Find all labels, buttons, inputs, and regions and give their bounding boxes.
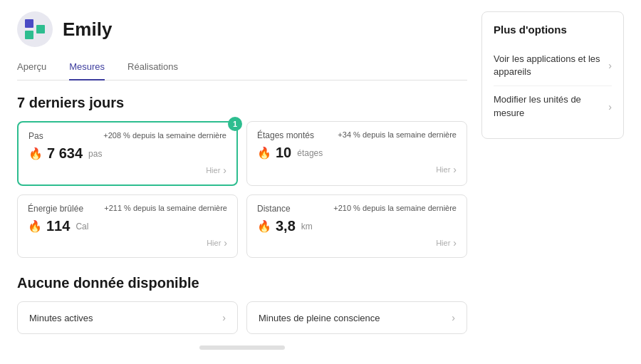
stat-date-distance: Hier [436, 239, 450, 247]
stat-label-etages: Étages montés [257, 130, 314, 140]
sidebar-item-label-units: Modifier les unités de mesure [494, 93, 608, 119]
stat-date-energie: Hier [207, 239, 221, 247]
stat-value-etages: 10 [276, 145, 291, 161]
fire-icon-energie: 🔥 [28, 219, 42, 233]
chevron-right-icon-etages: › [453, 164, 457, 175]
stat-change-distance: +210 % depuis la semaine dernière [333, 204, 457, 212]
profile-header: Emily [17, 11, 467, 47]
svg-rect-1 [25, 31, 33, 39]
tabs-nav: Aperçu Mesures Réalisations [17, 61, 467, 80]
sidebar-item-units[interactable]: Modifier les unités de mesure › [494, 86, 612, 126]
no-data-item-minutes-actives[interactable]: Minutes actives › [17, 301, 238, 334]
no-data-title: Aucune donnée disponible [17, 275, 467, 291]
no-data-list: Minutes actives › Minutes de pleine cons… [17, 301, 467, 334]
svg-rect-0 [25, 19, 33, 28]
no-data-item-minutes-conscience[interactable]: Minutes de pleine conscience › [246, 301, 467, 334]
stat-change-pas: +208 % depuis la semaine dernière [103, 131, 226, 140]
notification-badge-pas: 1 [228, 117, 242, 131]
chevron-right-icon-minutes-conscience: › [452, 312, 455, 323]
stat-unit-distance: km [301, 222, 313, 232]
fire-icon-distance: 🔥 [257, 219, 271, 233]
stat-label-energie: Énergie brûlée [28, 204, 83, 214]
no-data-label-minutes-conscience: Minutes de pleine conscience [259, 313, 380, 323]
svg-rect-2 [36, 25, 45, 33]
scroll-hint [199, 345, 285, 350]
fire-icon-etages: 🔥 [257, 146, 271, 160]
stat-value-pas: 7 634 [47, 145, 83, 162]
profile-name: Emily [63, 19, 112, 41]
chevron-right-icon-units: › [608, 101, 612, 113]
fire-icon-pas: 🔥 [28, 147, 43, 160]
stat-unit-energie: Cal [75, 222, 88, 232]
stat-date-etages: Hier [436, 165, 450, 174]
main-content: Emily Aperçu Mesures Réalisations 7 dern… [17, 11, 467, 350]
sidebar-panel: Plus d'options Voir les applications et … [481, 11, 624, 139]
sidebar: Plus d'options Voir les applications et … [481, 11, 624, 350]
chevron-right-icon-distance: › [453, 237, 457, 249]
sidebar-title: Plus d'options [494, 24, 612, 36]
stat-card-distance[interactable]: Distance +210 % depuis la semaine derniè… [246, 194, 467, 258]
tab-apercu[interactable]: Aperçu [17, 61, 46, 80]
no-data-label-minutes-actives: Minutes actives [29, 313, 93, 323]
chevron-right-icon-apps-devices: › [608, 60, 612, 71]
stat-label-pas: Pas [28, 131, 43, 141]
stat-value-energie: 114 [46, 218, 70, 234]
stat-value-distance: 3,8 [276, 218, 296, 234]
stat-label-distance: Distance [257, 204, 291, 214]
stat-unit-pas: pas [88, 149, 102, 159]
chevron-right-icon-minutes-actives: › [222, 312, 226, 323]
stats-grid: 1 Pas +208 % depuis la semaine dernière … [17, 121, 467, 258]
stat-date-pas: Hier [206, 166, 220, 175]
stat-card-pas[interactable]: 1 Pas +208 % depuis la semaine dernière … [17, 121, 238, 186]
sidebar-item-apps-devices[interactable]: Voir les applications et les appareils › [494, 46, 612, 86]
stat-card-etages[interactable]: Étages montés +34 % depuis la semaine de… [246, 121, 467, 186]
tab-mesures[interactable]: Mesures [69, 61, 105, 80]
avatar [17, 11, 53, 47]
stat-change-etages: +34 % depuis la semaine dernière [338, 130, 457, 139]
stat-unit-etages: étages [297, 148, 323, 158]
tab-realisations[interactable]: Réalisations [127, 61, 178, 80]
stat-change-energie: +211 % depuis la semaine dernière [104, 204, 227, 212]
chevron-right-icon-energie: › [224, 237, 227, 249]
stat-card-energie[interactable]: Énergie brûlée +211 % depuis la semaine … [17, 194, 238, 258]
sidebar-item-label-apps-devices: Voir les applications et les appareils [494, 53, 608, 78]
chevron-right-icon-pas: › [223, 165, 226, 176]
section-7days-title: 7 derniers jours [17, 95, 467, 111]
